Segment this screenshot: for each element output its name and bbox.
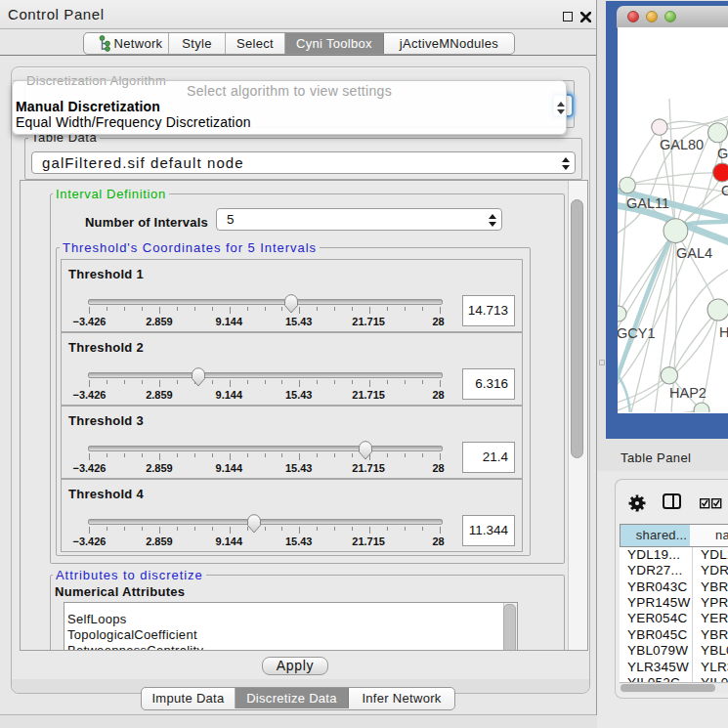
svg-text:HAP2: HAP2 xyxy=(669,385,707,401)
svg-text:H: H xyxy=(719,324,728,340)
svg-text:GAL11: GAL11 xyxy=(626,195,669,211)
svg-text:C: C xyxy=(721,183,728,198)
svg-text:GA: GA xyxy=(717,146,728,161)
svg-text:GAL80: GAL80 xyxy=(660,137,704,152)
svg-text:GCY1: GCY1 xyxy=(618,325,656,341)
svg-text:GAL4: GAL4 xyxy=(676,245,712,261)
